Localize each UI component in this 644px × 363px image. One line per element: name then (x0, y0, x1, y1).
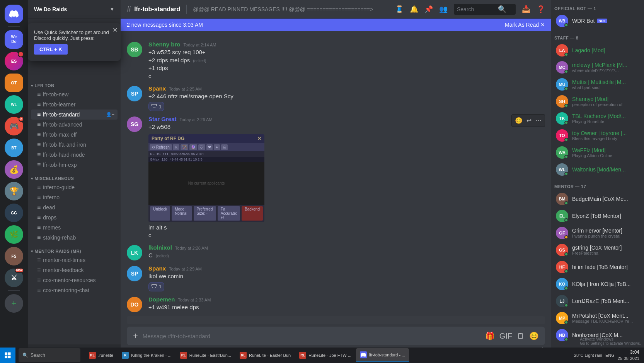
channel-mentor-feedback[interactable]: ≡ mentor-feedback (31, 265, 118, 275)
refresh-btn[interactable]: ↺ Refresh (150, 144, 172, 150)
add-member-icon[interactable]: 👤+ (106, 112, 114, 117)
mark-as-read-button[interactable]: Mark As Read ✕ (505, 22, 545, 28)
category-lfr-tob[interactable]: LFR TOB (28, 77, 121, 89)
member-toy-owner[interactable]: TO toy Owner | toyrone [... Bless this r… (553, 127, 642, 144)
category-mentor-raids[interactable]: MENTOR RAIDS (MR) (28, 243, 121, 255)
thread-icon[interactable]: 🧵 (395, 5, 404, 14)
reply-button[interactable]: ↩ (525, 116, 533, 125)
channel-lfr-tob-hm-exp[interactable]: ≡ lfr-tob-hm-exp (31, 160, 118, 170)
member-budgetmain[interactable]: BM BudgetMain [CoX Me... (553, 190, 642, 207)
mode-btn[interactable]: Mode: Normal (172, 206, 192, 221)
channel-lfr-tob-max-eff[interactable]: ≡ lfr-tob-max-eff (31, 130, 118, 140)
member-grim-fervor[interactable]: GF Grim Fervor [Mentor] I wanna punch th… (553, 224, 642, 241)
member-elyonz[interactable]: EL ElyonZ [ToB Mentor] (553, 207, 642, 224)
member-hi-im-fade[interactable]: HF hi im fade [ToB Mentor] (553, 259, 642, 276)
message-header: Spanx Today at 2:25 AM (148, 85, 545, 92)
channel-lfr-tob-ffa[interactable]: ≡ lfr-tob-ffa-and-iron (31, 140, 118, 150)
member-muttis[interactable]: MU Muttis | Muttisdile [M... what bjart … (553, 76, 642, 93)
channel-lfr-tob-advanced[interactable]: ≡ lfr-tob-advanced (31, 120, 118, 130)
member-tbl-kucherov[interactable]: TK TBL Kucherov [Mod/... Playing RuneLit… (553, 110, 642, 127)
member-mrpotshot[interactable]: MP MrPotshot [CoX Ment... Message TBL KU… (553, 310, 642, 327)
search-bar[interactable]: 🔍 (454, 4, 516, 15)
attach-file-button[interactable]: + (133, 327, 138, 345)
pin-icon[interactable]: 📌 (424, 5, 433, 14)
message-text-input[interactable] (143, 329, 480, 344)
taskbar-search[interactable]: 🔍 Search (19, 348, 80, 362)
member-gstring[interactable]: GS gstring [CoX Mentor] FreePalestina (553, 241, 642, 259)
server-icon-1[interactable]: ES (5, 52, 23, 70)
server-icon-8[interactable]: GG (5, 204, 23, 222)
server-icon-3[interactable]: WL (5, 95, 23, 114)
unblock-btn[interactable]: Unblock (150, 206, 170, 221)
server-name-header[interactable]: We Do Raids ▼ (28, 0, 121, 19)
channel-lfr-tob-new[interactable]: ≡ lfr-tob-new (31, 89, 118, 99)
quick-switcher-shortcut[interactable]: CTRL + K (34, 44, 68, 55)
preferred-size-btn[interactable]: Preferred Size: - (194, 206, 216, 221)
server-icon-9[interactable]: 🌿 (5, 225, 23, 244)
emoji-button[interactable]: 😊 (529, 331, 539, 341)
backend-btn[interactable]: Backend (242, 206, 263, 221)
sticker-icon[interactable]: 🗒 (517, 332, 525, 341)
taskbar-item-kraken[interactable]: K Killing the Kraken - ... (118, 348, 175, 362)
message-author[interactable]: lkolnixol (148, 244, 172, 251)
taskbar-item-runelite4[interactable]: RL RuneLite - Joe FTW ... (295, 348, 355, 362)
taskbar-item-discord[interactable]: lfr-tob-standard - ... (356, 348, 409, 362)
channel-lfr-tob-hard-mode[interactable]: ≡ lfr-tob-hard-mode (31, 150, 118, 160)
message-author[interactable]: Shenny bro (148, 41, 181, 48)
message-author[interactable]: Spanx (148, 85, 166, 92)
member-lordjraze[interactable]: LJ LordJRazE [ToB Ment... (553, 293, 642, 310)
channel-lfr-tob-standard[interactable]: ≡ lfr-tob-standard 👤+ (31, 110, 118, 120)
server-icon-4[interactable]: 🎮 2 (5, 117, 23, 135)
server-icon-6[interactable]: 💰 (5, 160, 23, 179)
member-kolja[interactable]: KO KOlja | Iron KOlja [ToB... (553, 276, 642, 293)
gift-icon[interactable]: 🎁 (485, 331, 495, 341)
embed-close-icon[interactable]: ✕ (257, 136, 261, 141)
channel-drops[interactable]: ≡ drops (31, 212, 118, 223)
taskbar-item-runelite[interactable]: RL .runelite (85, 348, 117, 362)
inbox-icon[interactable]: 📥 (522, 5, 530, 14)
help-icon[interactable]: ❓ (537, 5, 545, 14)
members-icon[interactable]: 👥 (439, 5, 448, 14)
member-wdr-bot[interactable]: WB WDR Bot BOT (553, 12, 642, 29)
search-input[interactable] (457, 6, 496, 12)
channel-memes[interactable]: ≡ memes (31, 223, 118, 233)
member-shannyo[interactable]: SH Shannyo [Mod] perception of perceptio… (553, 93, 642, 110)
discord-home-icon[interactable] (5, 5, 23, 23)
member-waltonius[interactable]: WL Waltonius [Mod/Men... (553, 161, 642, 178)
member-lagado[interactable]: LA Lagado [Mod] (553, 42, 642, 59)
reaction-shield[interactable]: 🛡 1 (148, 282, 164, 291)
channel-cox-mentor-resources[interactable]: ≡ cox-mentor-resources (31, 275, 118, 285)
channel-lfr-tob-learner[interactable]: ≡ lfr-tob-learner (31, 99, 118, 110)
message-author[interactable]: Dopemen (148, 296, 175, 303)
add-server-button[interactable]: + (5, 294, 23, 313)
quick-switcher-close-button[interactable]: ✕ (112, 26, 118, 34)
message-author[interactable]: Spanx (148, 265, 166, 272)
server-icon-we-do-raids[interactable]: WeDo (5, 30, 23, 49)
gif-icon[interactable]: GIF (499, 332, 512, 341)
message-author[interactable]: Star Great (148, 116, 177, 122)
channel-cox-mentoring-chat[interactable]: ≡ cox-mentoring-chat (31, 285, 118, 295)
channel-inferno[interactable]: ≡ inferno (31, 192, 118, 202)
react-button[interactable]: 😊 (513, 116, 524, 125)
member-wafflz[interactable]: WA WaFFlz [Mod] Playing Albion Online (553, 144, 642, 161)
svg-rect-3 (8, 356, 11, 358)
taskbar-item-runelite3[interactable]: RL RuneLite - Easter Bun (236, 348, 295, 362)
member-noobzoard[interactable]: NB Noobzoard [CoX M... (553, 327, 642, 344)
member-mclewy[interactable]: MC mclewy | McPlank [M... where olmlet??… (553, 59, 642, 76)
server-icon-11[interactable]: ⚔ NEW (5, 269, 23, 287)
server-icon-10[interactable]: FS (5, 247, 23, 265)
server-icon-5[interactable]: BT (5, 139, 23, 157)
server-icon-7[interactable]: 🏆 (5, 182, 23, 200)
notification-icon[interactable]: 🔔 (410, 5, 418, 14)
channel-dead[interactable]: ≡ dead (31, 202, 118, 212)
channel-staking-rehab[interactable]: ≡ staking-rehab (31, 233, 118, 243)
server-icon-2[interactable]: OT (5, 74, 23, 92)
more-button[interactable]: ⋯ (534, 116, 543, 125)
channel-inferno-guide[interactable]: ≡ inferno-guide (31, 182, 118, 192)
category-miscellaneous[interactable]: MISCELLANEOUS (28, 170, 121, 182)
start-button[interactable] (0, 348, 15, 363)
channel-mentor-raid-times[interactable]: ≡ mentor-raid-times (31, 255, 118, 265)
reaction-shield[interactable]: 🛡 1 (148, 102, 164, 111)
taskbar-item-runelite2[interactable]: RL RuneLite - EastrBun... (176, 348, 235, 362)
accurate-btn[interactable]: Fa Accurate: +/- (218, 206, 240, 221)
